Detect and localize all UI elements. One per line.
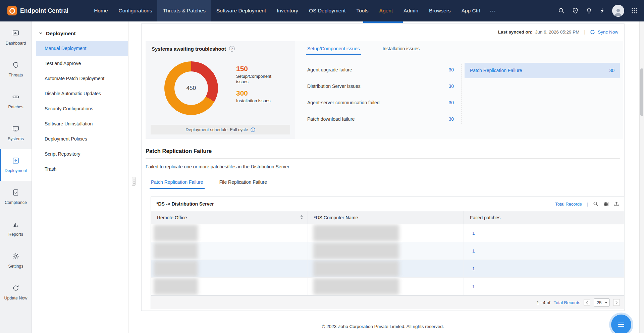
next-page-button[interactable] xyxy=(613,299,620,306)
tab-setup-component-issues[interactable]: Setup/Component issues xyxy=(306,46,361,55)
nav-item-app-ctrl[interactable]: App Ctrl xyxy=(456,0,486,21)
issue-count-link[interactable]: 30 xyxy=(448,84,454,89)
sidebar-item-deployment[interactable]: Deployment xyxy=(0,149,32,181)
scrollbar[interactable] xyxy=(639,21,644,333)
issue-row-patch-download-failure[interactable]: Patch download failure 30 xyxy=(307,111,454,127)
troubleshoot-donut-chart[interactable]: 450 xyxy=(164,61,218,115)
sidebar-item-settings[interactable]: Settings xyxy=(0,244,32,276)
help-icon[interactable]: ? xyxy=(229,46,235,52)
subnav-item-manual-deployment[interactable]: Manual Deployment xyxy=(36,41,128,56)
issue-row-agent-upgrade-failure[interactable]: Agent upgrade failure 30 xyxy=(307,61,454,78)
remote-office-cell xyxy=(151,242,308,260)
failed-patches-link[interactable]: 1 xyxy=(464,248,475,254)
sync-row: Last synced on: Jun 6, 2026 05:29 PM | S… xyxy=(498,29,618,35)
sidebar-item-systems[interactable]: Systems xyxy=(0,117,32,149)
selected-issue-patch-replication-failure[interactable]: Patch Replication Failure 30 xyxy=(465,63,620,78)
subnav-item-script-repository[interactable]: Script Repository xyxy=(32,147,128,162)
left-sidebar: Dashboard Threats Patches Systems Deploy… xyxy=(0,21,32,333)
sidebar-item-patches[interactable]: Patches xyxy=(0,85,32,117)
info-icon[interactable] xyxy=(251,127,255,132)
failed-patches-link[interactable]: 1 xyxy=(464,266,475,271)
patches-icon xyxy=(12,93,19,102)
tab-patch-replication-failure[interactable]: Patch Replication Failure xyxy=(150,179,205,189)
issue-row-distribution-server-issues[interactable]: Distribution Server issues 30 xyxy=(307,78,454,94)
table-row[interactable]: 1 xyxy=(151,278,624,295)
subnav-item-deployment-policies[interactable]: Deployment Policies xyxy=(32,131,128,147)
sidebar-item-threats[interactable]: Threats xyxy=(0,53,32,85)
failed-patches-link[interactable]: 1 xyxy=(464,284,475,289)
nav-item-browsers[interactable]: Browsers xyxy=(424,0,456,21)
tab-file-replication-failure[interactable]: File Replication Failure xyxy=(218,179,268,189)
setup-component-issues-count[interactable]: 150 xyxy=(236,65,290,73)
table-row[interactable]: 1 xyxy=(151,224,624,242)
section-description: Failed to replicate one or more patches/… xyxy=(146,164,290,169)
sidebar-label: Compliance xyxy=(5,200,27,205)
sync-now-button[interactable]: Sync Now xyxy=(598,30,618,35)
nav-item-tools[interactable]: Tools xyxy=(351,0,374,21)
table-search-icon[interactable] xyxy=(593,201,598,207)
tab-installation-issues[interactable]: Installation issues xyxy=(381,46,421,55)
sidebar-label: Threats xyxy=(9,73,23,77)
issue-count-link[interactable]: 30 xyxy=(448,100,454,105)
notifications-bell-icon[interactable] xyxy=(586,7,592,14)
table-row[interactable]: 1 xyxy=(151,260,624,278)
chat-menu-fab[interactable] xyxy=(611,315,631,333)
threats-icon xyxy=(12,61,19,70)
prev-page-button[interactable] xyxy=(584,299,590,306)
dashboard-icon xyxy=(12,30,19,38)
apps-grid-icon[interactable] xyxy=(631,8,637,14)
troubleshoot-title-row: Systems awaiting troubleshoot ? xyxy=(152,46,235,52)
sort-icon[interactable] xyxy=(300,215,304,221)
user-avatar[interactable] xyxy=(612,5,624,17)
installation-issues-count[interactable]: 300 xyxy=(236,89,290,97)
sidebar-item-compliance[interactable]: Compliance xyxy=(0,181,32,213)
search-icon[interactable] xyxy=(558,7,565,14)
security-shield-icon[interactable] xyxy=(572,7,579,14)
nav-item-threats-and-patches[interactable]: Threats & Patches xyxy=(157,0,211,21)
subnav-item-automate-patch-deployment[interactable]: Automate Patch Deployment xyxy=(32,71,128,86)
issue-row-agent-server-communication-failed[interactable]: Agent-server communication failed 30 xyxy=(307,94,454,111)
nav-item-os-deployment[interactable]: OS Deployment xyxy=(304,0,351,21)
detail-tabs: Patch Replication Failure File Replicati… xyxy=(150,179,268,189)
donut-total: 450 xyxy=(186,85,196,92)
nav-item-software-deployment[interactable]: Software Deployment xyxy=(211,0,271,21)
nav-item-home[interactable]: Home xyxy=(89,0,113,21)
nav-item-configurations[interactable]: Configurations xyxy=(113,0,158,21)
export-icon[interactable] xyxy=(614,201,619,207)
table-row[interactable]: 1 xyxy=(151,242,624,260)
sidebar-label: Systems xyxy=(8,136,24,141)
nav-more-icon[interactable]: ⋯ xyxy=(486,0,500,21)
page-size-select[interactable]: 25 xyxy=(594,298,610,307)
remote-office-cell xyxy=(151,278,308,295)
nav-item-admin[interactable]: Admin xyxy=(398,0,424,21)
column-header-failed-patches[interactable]: Failed patches xyxy=(464,211,624,224)
pagination-total-records-link[interactable]: Total Records xyxy=(554,300,580,305)
redacted-value xyxy=(313,242,399,259)
subnav-item-disable-automatic-updates[interactable]: Disable Automatic Updates xyxy=(32,86,128,101)
issue-count-link[interactable]: 30 xyxy=(448,116,454,122)
column-header-ds-computer-name[interactable]: *DS Computer Name xyxy=(308,211,464,224)
sidebar-item-update-now[interactable]: Update Now xyxy=(0,276,32,308)
subnav-item-trash[interactable]: Trash xyxy=(32,162,128,177)
sidebar-item-reports[interactable]: Reports xyxy=(0,213,32,244)
issue-count-link[interactable]: 30 xyxy=(448,67,454,72)
sidebar-item-dashboard[interactable]: Dashboard xyxy=(0,21,32,53)
pagination-range: 1 - 4 of xyxy=(537,300,550,305)
quick-actions-lightning-icon[interactable] xyxy=(599,7,605,14)
subnav-item-test-and-approve[interactable]: Test and Approve xyxy=(32,56,128,71)
column-header-remote-office[interactable]: Remote Office xyxy=(151,211,308,224)
table-tools: Total Records | xyxy=(555,201,619,207)
column-header-label: Remote Office xyxy=(157,215,187,220)
total-records-link[interactable]: Total Records xyxy=(555,202,582,207)
panel-resize-handle[interactable] xyxy=(132,177,136,186)
subnav-item-software-uninstallation[interactable]: Software Uninstallation xyxy=(32,116,128,131)
brand[interactable]: Endpoint Central xyxy=(0,6,68,15)
last-synced-label: Last synced on: xyxy=(498,30,533,35)
nav-item-agent[interactable]: Agent xyxy=(374,0,398,21)
failed-patches-link[interactable]: 1 xyxy=(464,231,475,236)
column-chooser-icon[interactable] xyxy=(603,201,609,207)
subnav-header[interactable]: Deployment xyxy=(32,21,128,41)
nav-item-inventory[interactable]: Inventory xyxy=(271,0,304,21)
subnav-item-security-configurations[interactable]: Security Configurations xyxy=(32,101,128,116)
scrollbar-thumb[interactable] xyxy=(640,68,643,116)
